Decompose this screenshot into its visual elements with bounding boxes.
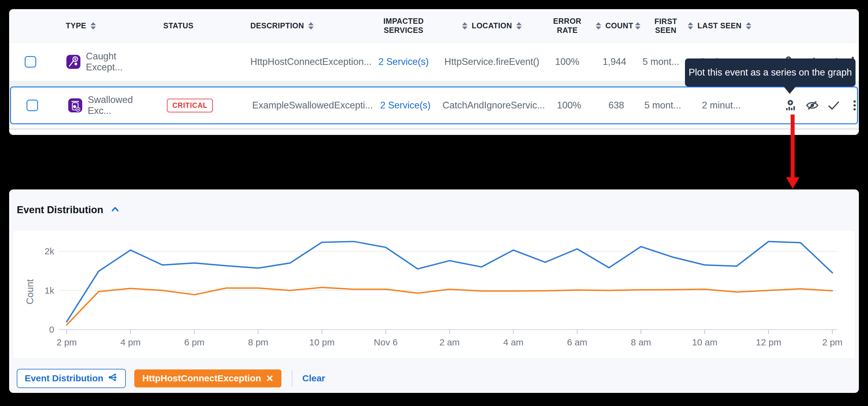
- column-header-impacted-label: IMPACTED SERVICES: [378, 17, 429, 35]
- svg-text:0: 0: [49, 324, 54, 335]
- svg-text:Count: Count: [25, 279, 35, 304]
- sort-icon[interactable]: [688, 22, 693, 30]
- caught-exception-icon: [66, 55, 81, 69]
- column-header-description[interactable]: DESCRIPTION: [235, 21, 364, 30]
- chart-legend-row: Event Distribution HttpHostConnectExcept…: [9, 369, 859, 388]
- row-checkbox[interactable]: [27, 100, 38, 111]
- chip-close-icon[interactable]: ✕: [266, 373, 274, 384]
- column-header-type-label: TYPE: [66, 21, 86, 30]
- description-cell: ExampleSwallowedExcepti...: [236, 100, 366, 111]
- column-header-error-rate[interactable]: ERROR RATE: [540, 17, 594, 35]
- svg-text:6 am: 6 am: [567, 337, 588, 347]
- description-cell: HttpHostConnectException...: [235, 56, 364, 67]
- svg-text:1k: 1k: [44, 285, 55, 295]
- table-row-swallowed-exception[interactable]: Swallowed Exc... CRITICAL ExampleSwallow…: [10, 87, 858, 124]
- svg-text:Nov 6: Nov 6: [374, 337, 398, 347]
- sort-icon[interactable]: [596, 22, 601, 30]
- line-chart[interactable]: 01k2kCount2 pm4 pm6 pm8 pm10 pmNov 62 am…: [13, 230, 855, 358]
- column-header-description-label: DESCRIPTION: [250, 21, 304, 30]
- svg-text:2 pm: 2 pm: [57, 337, 77, 347]
- series-chip-httphostconnectexception[interactable]: HttpHostConnectException ✕: [134, 370, 281, 387]
- type-cell: Swallowed Exc...: [54, 94, 154, 116]
- column-header-type[interactable]: TYPE: [52, 21, 152, 30]
- count-cell: 638: [596, 100, 637, 111]
- row-actions: [754, 99, 859, 112]
- location-cell: HttpService.fireEvent(): [443, 56, 540, 67]
- column-header-count-label: COUNT: [606, 21, 633, 30]
- column-header-last-seen-label: LAST SEEN: [698, 21, 742, 30]
- row-checkbox-cell: [11, 100, 54, 111]
- svg-text:10 pm: 10 pm: [309, 337, 334, 347]
- selected-row-wrapper: Swallowed Exc... CRITICAL ExampleSwallow…: [9, 87, 859, 128]
- svg-text:12 pm: 12 pm: [756, 337, 781, 347]
- column-header-status[interactable]: STATUS: [152, 21, 235, 30]
- svg-text:2k: 2k: [44, 246, 55, 256]
- impacted-services-cell: 2 Service(s): [364, 56, 443, 67]
- type-label: Caught Except...: [86, 51, 152, 73]
- svg-text:6 pm: 6 pm: [184, 337, 205, 347]
- svg-text:4 am: 4 am: [503, 337, 524, 347]
- column-header-status-label: STATUS: [163, 21, 193, 30]
- column-header-last-seen[interactable]: LAST SEEN: [687, 21, 752, 30]
- clear-series-link[interactable]: Clear: [302, 373, 325, 383]
- resolve-check-icon[interactable]: [828, 99, 840, 112]
- svg-text:10 am: 10 am: [692, 337, 717, 347]
- svg-text:8 pm: 8 pm: [248, 337, 268, 347]
- error-rate-cell: 100%: [540, 56, 594, 67]
- table-header-row: TYPE STATUS DESCRIPTION IMPACTED SERVICE…: [9, 9, 859, 43]
- svg-text:4 pm: 4 pm: [120, 337, 141, 347]
- tooltip-text: Plot this event as a series on the graph: [689, 67, 852, 78]
- status-cell: CRITICAL: [154, 99, 236, 113]
- svg-text:2 pm: 2 pm: [822, 337, 843, 347]
- row-checkbox[interactable]: [25, 56, 36, 68]
- swallowed-exception-icon: [68, 98, 82, 113]
- clipped-next-row: [9, 130, 859, 135]
- sort-icon[interactable]: [635, 22, 641, 30]
- column-header-impacted-services[interactable]: IMPACTED SERVICES: [364, 17, 443, 35]
- annotation-arrow-down: [786, 115, 800, 189]
- series-button-label: Event Distribution: [25, 373, 103, 383]
- type-cell: Caught Except...: [52, 51, 152, 73]
- collapse-chevron-icon[interactable]: [111, 206, 120, 214]
- column-header-location-label: LOCATION: [472, 21, 512, 30]
- column-header-first-seen[interactable]: FIRST SEEN: [635, 17, 687, 35]
- impacted-services-cell: 2 Service(s): [366, 100, 445, 111]
- first-seen-cell: 5 mont...: [637, 100, 689, 111]
- series-chip-label: HttpHostConnectException: [142, 373, 261, 383]
- sort-icon[interactable]: [308, 22, 314, 30]
- column-header-first-seen-label: FIRST SEEN: [645, 17, 687, 35]
- kebab-menu-icon[interactable]: [848, 99, 859, 112]
- tooltip-pointer: [784, 87, 796, 94]
- chart-canvas: 01k2kCount2 pm4 pm6 pm8 pm10 pmNov 62 am…: [13, 230, 855, 358]
- critical-status-badge: CRITICAL: [167, 99, 213, 113]
- event-distribution-series-button[interactable]: Event Distribution: [17, 369, 126, 388]
- count-cell: 1,944: [594, 56, 635, 67]
- location-cell: CatchAndIgnoreServic...: [445, 100, 542, 111]
- event-distribution-panel: Event Distribution 01k2kCount2 pm4 pm6 p…: [9, 189, 859, 393]
- impacted-services-link[interactable]: 2 Service(s): [380, 100, 430, 111]
- chart-title-row: Event Distribution: [9, 189, 859, 230]
- error-rate-cell: 100%: [542, 100, 596, 111]
- screenshot-root: TYPE STATUS DESCRIPTION IMPACTED SERVICE…: [0, 0, 868, 406]
- sort-icon[interactable]: [90, 22, 96, 30]
- column-header-error-rate-label: ERROR RATE: [552, 17, 583, 35]
- plot-series-icon[interactable]: [784, 99, 797, 112]
- row-checkbox-cell: [9, 56, 52, 68]
- last-seen-cell: 2 minut...: [689, 100, 754, 111]
- sort-icon[interactable]: [746, 22, 751, 30]
- sort-icon[interactable]: [516, 22, 522, 30]
- first-seen-cell: 5 mont...: [635, 56, 687, 67]
- type-label: Swallowed Exc...: [88, 94, 154, 116]
- row-tail: [9, 124, 859, 128]
- chart-title: Event Distribution: [17, 204, 103, 216]
- legend-divider: [292, 370, 292, 386]
- branch-series-icon: [108, 373, 118, 384]
- sort-icon[interactable]: [462, 22, 467, 30]
- impacted-services-link[interactable]: 2 Service(s): [378, 56, 429, 67]
- column-header-location[interactable]: LOCATION: [443, 21, 540, 30]
- svg-text:8 am: 8 am: [631, 337, 651, 347]
- svg-text:2 am: 2 am: [439, 337, 460, 347]
- plot-event-tooltip: Plot this event as a series on the graph: [685, 59, 856, 87]
- column-header-count[interactable]: COUNT: [594, 21, 635, 30]
- hide-event-icon[interactable]: [806, 99, 819, 112]
